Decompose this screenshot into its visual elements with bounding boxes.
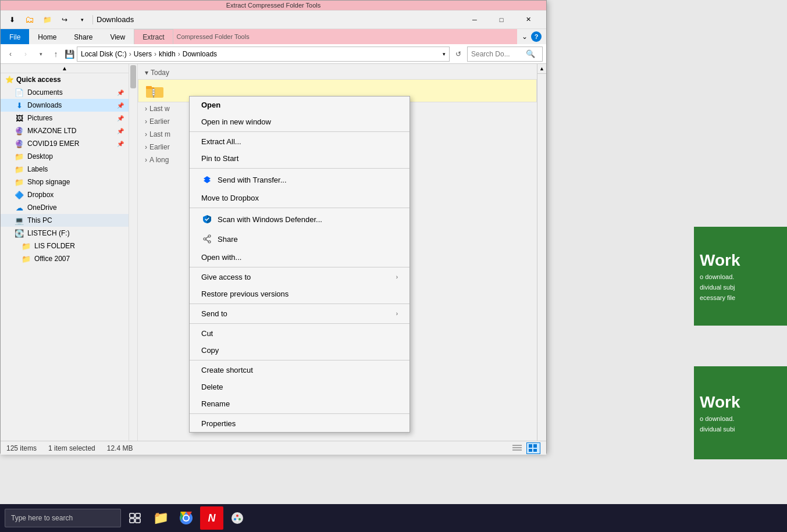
svg-point-32 (237, 520, 238, 522)
ctx-restore-versions[interactable]: Restore previous versions (190, 285, 409, 302)
sidebar-item-listech[interactable]: 💽 LISTECH (F:) (1, 227, 129, 240)
mkazone-icon: 🔮 (15, 126, 24, 135)
ctx-properties[interactable]: Properties (190, 415, 409, 432)
taskbar-file-explorer[interactable]: 📁 (149, 506, 172, 530)
ctx-open-new-window[interactable]: Open in new window (190, 113, 409, 130)
ctx-restore-versions-label: Restore previous versions (201, 290, 289, 298)
sidebar-item-this-pc[interactable]: 💻 This PC (1, 214, 129, 227)
sidebar-item-onedrive[interactable]: ☁ OneDrive (1, 201, 129, 214)
taskbar-chrome[interactable] (175, 506, 198, 530)
qat-back-btn[interactable]: ⬇ (5, 13, 19, 27)
ctx-copy[interactable]: Copy (190, 342, 409, 359)
nav-forward-btn[interactable]: › (19, 48, 32, 60)
ctx-pin-start[interactable]: Pin to Start (190, 150, 409, 167)
covid-pin: 📌 (117, 141, 124, 147)
ctx-give-access[interactable]: Give access to › (190, 269, 409, 285)
sidebar-scroll-thumb-inner (130, 65, 136, 88)
ctx-copy-label: Copy (201, 346, 219, 355)
taskbar-search[interactable]: Type here to search (5, 509, 121, 527)
tab-share[interactable]: Share (65, 29, 101, 44)
ctx-send-to[interactable]: Send to › (190, 305, 409, 322)
sidebar-scroll-thumb[interactable] (129, 64, 137, 90)
ctx-create-shortcut[interactable]: Create shortcut (190, 362, 409, 379)
ctx-open[interactable]: Open (190, 97, 409, 113)
ctx-delete[interactable]: Delete (190, 379, 409, 395)
right-scroll-up[interactable]: ▲ (537, 64, 546, 74)
date-group-lastweek-label: Last w (149, 105, 170, 113)
ctx-share[interactable]: Share (190, 229, 409, 249)
sidebar-item-pictures[interactable]: 🖼 Pictures 📌 (1, 112, 129, 124)
date-group-lastweek-arrow: › (145, 105, 147, 113)
sidebar-item-lis-folder[interactable]: 📁 LIS FOLDER (1, 240, 129, 252)
taskbar-netflix[interactable]: N (200, 506, 223, 530)
bg-text-1-2: dividual subj (700, 284, 781, 291)
view-large-icons-btn[interactable] (526, 442, 540, 454)
taskbar-task-view[interactable] (123, 506, 147, 530)
sidebar-item-labels[interactable]: 📁 Labels (1, 163, 129, 176)
sidebar-listech-label: LISTECH (F:) (27, 229, 70, 237)
tab-file[interactable]: File (1, 29, 29, 44)
ctx-cut[interactable]: Cut (190, 325, 409, 342)
quick-access-icon: ⭐ (5, 76, 14, 84)
sidebar-item-desktop[interactable]: 📁 Desktop (1, 150, 129, 163)
qat-redo-btn[interactable]: ↪ (58, 13, 72, 27)
ctx-pin-start-label: Pin to Start (201, 154, 238, 163)
window-title: Downloads (97, 15, 134, 24)
ctx-rename[interactable]: Rename (190, 395, 409, 412)
sidebar-item-shop[interactable]: 📁 Shop signage (1, 176, 129, 188)
nav-up-btn[interactable]: ↑ (49, 48, 62, 60)
sidebar-item-mkazone[interactable]: 🔮 MKAZONE LTD 📌 (1, 124, 129, 137)
ctx-move-dropbox[interactable]: Move to Dropbox (190, 190, 409, 206)
sidebar-item-covid[interactable]: 🔮 COVID19 EMER 📌 (1, 137, 129, 150)
tab-home[interactable]: Home (29, 29, 65, 44)
qat-undo-btn[interactable]: 🗂 (23, 13, 37, 27)
ribbon-chevron[interactable]: ⌄ (522, 33, 528, 41)
sidebar-item-dropbox[interactable]: 🔷 Dropbox (1, 188, 129, 201)
date-group-today[interactable]: ▾ Today (138, 66, 537, 79)
search-icon[interactable]: 🔍 (526, 49, 535, 58)
status-size: 12.4 MB (107, 444, 133, 452)
bg-text-1-1: o download. (700, 273, 781, 280)
tab-view[interactable]: View (101, 29, 134, 44)
tab-extract[interactable]: Extract (134, 29, 173, 44)
ctx-open-with[interactable]: Open with... (190, 249, 409, 266)
ctx-send-transfer[interactable]: Send with Transfer... (190, 170, 409, 190)
ctx-send-to-arrow: › (396, 310, 398, 317)
nav-refresh-btn[interactable]: ↺ (452, 48, 465, 60)
ctx-extract-all[interactable]: Extract All... (190, 133, 409, 150)
address-breadcrumb[interactable]: Local Disk (C:) › Users › khidh › Downlo… (77, 47, 450, 62)
documents-pin: 📌 (117, 90, 124, 96)
minimize-btn[interactable]: ─ (461, 10, 488, 29)
mkazone-pin: 📌 (117, 128, 124, 134)
ribbon-right-btns: ⌄ ? (517, 29, 546, 44)
ctx-open-label: Open (201, 101, 220, 109)
ribbon-help[interactable]: ? (531, 31, 542, 42)
maximize-btn[interactable]: □ (488, 10, 515, 29)
ctx-send-to-label: Send to (201, 309, 227, 318)
right-scrollbar[interactable]: ▲ (537, 64, 546, 441)
sidebar-scrollbar[interactable] (129, 64, 138, 441)
taskbar-paint[interactable] (226, 506, 249, 530)
lis-folder-icon: 📁 (22, 241, 31, 251)
close-btn[interactable]: ✕ (515, 10, 542, 29)
ctx-div-1 (190, 131, 409, 132)
qat-folder-btn[interactable]: 📁 (40, 13, 54, 27)
extract-ribbon-header: Extract Compressed Folder Tools (1, 1, 546, 10)
breadcrumb-dropdown[interactable]: ▾ (443, 51, 446, 57)
svg-point-28 (232, 512, 243, 524)
ctx-scan-defender[interactable]: Scan with Windows Defender... (190, 209, 409, 229)
view-details-btn[interactable] (510, 442, 524, 454)
breadcrumb-drive-icon: 💾 (65, 49, 74, 59)
sidebar-item-office[interactable]: 📁 Office 2007 (1, 252, 129, 265)
search-input[interactable] (471, 50, 524, 58)
svg-rect-2 (146, 86, 152, 88)
nav-dropdown-btn[interactable]: ▾ (34, 48, 47, 60)
this-pc-icon: 💻 (15, 216, 24, 225)
sidebar-scroll-up[interactable]: ▲ (1, 64, 129, 73)
sidebar-item-documents[interactable]: 📄 Documents 📌 (1, 86, 129, 99)
sidebar-section-quick-access[interactable]: ⭐ Quick access (1, 73, 129, 86)
nav-back-btn[interactable]: ‹ (4, 48, 17, 60)
sidebar-item-downloads[interactable]: ⬇ Downloads 📌 (1, 99, 129, 112)
breadcrumb-sep-3: › (178, 50, 180, 58)
qat-dropdown-btn[interactable]: ▾ (75, 13, 89, 27)
